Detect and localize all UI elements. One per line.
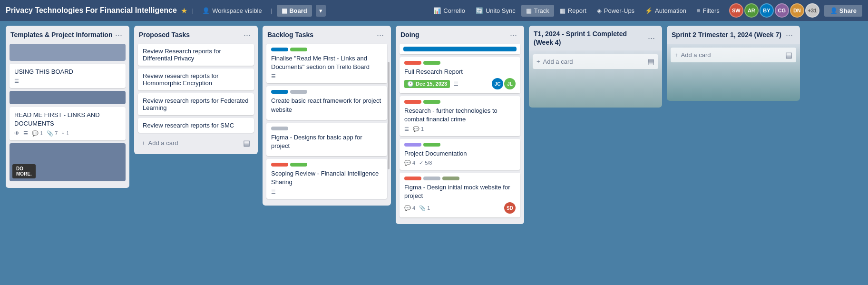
column-header-doing: Doing ··· bbox=[400, 29, 520, 40]
column-menu-templates[interactable]: ··· bbox=[113, 29, 125, 40]
column-body-sprint2: + Add a card ▤ bbox=[667, 44, 800, 101]
card-template-icon-proposed: ▤ bbox=[243, 138, 250, 147]
card-gray-1[interactable] bbox=[10, 44, 126, 61]
header: Privacy Technologies For Financial Intel… bbox=[0, 0, 868, 21]
corrello-button[interactable]: 📊 Corrello bbox=[429, 5, 470, 17]
column-menu-proposed[interactable]: ··· bbox=[241, 29, 253, 40]
label-olive-mock bbox=[442, 177, 459, 180]
card-icon-sprint1: ▤ bbox=[647, 57, 654, 66]
avatar-dn[interactable]: DN bbox=[790, 3, 804, 18]
column-title-sprint2: Sprint 2 Trimester 1, 2024 (Week 7) bbox=[672, 30, 783, 39]
card-title-homomorphic: Review research reports for Homomorphic … bbox=[143, 72, 219, 87]
card-members-mock: SD bbox=[504, 202, 516, 214]
column-menu-sprint2[interactable]: ··· bbox=[783, 29, 795, 40]
card-figma-mock[interactable]: Figma - Design initial mock website for … bbox=[400, 173, 520, 217]
card-title-react: Create basic react framework for project… bbox=[271, 97, 382, 114]
automation-button[interactable]: ⚡ Automation bbox=[640, 5, 691, 17]
card-meta-lines-finalise: ☰ bbox=[271, 73, 276, 79]
card-gray-2[interactable] bbox=[10, 91, 126, 104]
card-footer-using-board: ☰ bbox=[14, 78, 121, 84]
card-meta-lines2: ☰ bbox=[23, 130, 28, 137]
share-button[interactable]: 👤 Share bbox=[824, 5, 862, 17]
column-menu-doing[interactable]: ··· bbox=[507, 29, 519, 40]
avatar-overflow[interactable]: +31 bbox=[805, 3, 819, 18]
checklist-icon-doc: ✓ bbox=[419, 160, 423, 166]
card-title-finalise: Finalise "Read Me First - Links and Docu… bbox=[271, 54, 382, 71]
card-project-doc[interactable]: Project Documentation 💬 4 ✓ 5/8 bbox=[400, 139, 520, 170]
card-footer-research: 🕐 Dec 15, 2023 ☰ JC JL bbox=[404, 78, 516, 89]
card-title-tech: Research - further technologies to comba… bbox=[404, 107, 516, 124]
label-green-research bbox=[423, 61, 440, 65]
add-card-proposed[interactable]: + Add a card ▤ bbox=[138, 136, 254, 150]
column-menu-backlog[interactable]: ··· bbox=[374, 29, 386, 40]
star-icon[interactable]: ★ bbox=[181, 6, 187, 15]
card-meta-comments-doc: 💬 4 bbox=[404, 160, 415, 166]
card-title-scoping: Scoping Review - Financial Intelligence … bbox=[271, 169, 382, 187]
lines-icon: ☰ bbox=[14, 78, 19, 84]
card-finalise-readme[interactable]: Finalise "Read Me First - Links and Docu… bbox=[266, 44, 387, 83]
board-button[interactable]: ▦ Board bbox=[277, 5, 312, 17]
workspace-visibility[interactable]: 👤 Workspace visible bbox=[198, 5, 266, 16]
column-backlog: Backlog Tasks ··· Finalise "Read Me Firs… bbox=[263, 26, 391, 206]
card-footer-tech: ☰ 💬 1 bbox=[404, 126, 516, 132]
card-figma-designs[interactable]: Figma - Designs for basic app for projec… bbox=[266, 123, 387, 156]
avatar-by[interactable]: BY bbox=[760, 3, 774, 18]
card-image-placeholder[interactable]: DOMORE. bbox=[10, 143, 126, 181]
board-title: Privacy Technologies For Financial Intel… bbox=[6, 6, 177, 15]
column-title-sprint1: T1, 2024 - Sprint 1 Completed (Week 4) bbox=[534, 29, 645, 47]
card-meta-lines-scoping: ☰ bbox=[271, 189, 276, 195]
report-button[interactable]: ▦ Report bbox=[555, 5, 591, 17]
label-gray-react bbox=[290, 90, 307, 94]
card-scoping-review[interactable]: Scoping Review - Financial Intelligence … bbox=[266, 159, 387, 198]
card-using-board[interactable]: USING THIS BOARD ☰ bbox=[10, 64, 126, 88]
clip-icon: 📎 bbox=[47, 130, 53, 137]
view-switcher-chevron[interactable]: ▾ bbox=[316, 5, 326, 17]
label-green-doc bbox=[423, 143, 440, 147]
card-federated[interactable]: Review research reports for Federated Le… bbox=[138, 93, 254, 115]
card-react-framework[interactable]: Create basic react framework for project… bbox=[266, 86, 387, 119]
card-title-smc: Review research reports for SMC bbox=[143, 122, 234, 129]
lines-icon-tech: ☰ bbox=[404, 126, 409, 132]
label-red-tech bbox=[404, 100, 421, 104]
card-icon-sprint2: ▤ bbox=[785, 50, 792, 59]
column-title-backlog: Backlog Tasks bbox=[267, 30, 374, 39]
member-jl: JL bbox=[504, 78, 516, 89]
column-proposed: Proposed Tasks ··· Review Research repor… bbox=[134, 26, 258, 154]
column-sprint2: Sprint 2 Trimester 1, 2024 (Week 7) ··· … bbox=[667, 26, 800, 101]
card-labels-figma bbox=[271, 127, 382, 130]
card-readme[interactable]: READ ME FIRST - LINKS AND DOCUMENTS 👁 ☰ … bbox=[10, 107, 126, 140]
filters-button[interactable]: ≡ Filters bbox=[692, 5, 724, 17]
card-blue-bar[interactable] bbox=[400, 44, 520, 54]
lines-icon-finalise: ☰ bbox=[271, 73, 276, 79]
card-labels-react bbox=[271, 90, 382, 94]
add-card-sprint1[interactable]: + Add a card ▤ bbox=[533, 54, 658, 69]
avatar-cg[interactable]: CG bbox=[775, 3, 789, 18]
card-further-tech[interactable]: Research - further technologies to comba… bbox=[400, 96, 520, 136]
unito-sync-button[interactable]: 🔄 Unito Sync bbox=[471, 5, 520, 17]
card-meta-lines-research: ☰ bbox=[454, 81, 458, 87]
eye-icon: 👁 bbox=[14, 130, 20, 136]
comment-icon-mock: 💬 bbox=[404, 205, 411, 211]
card-full-research[interactable]: Full Research Report 🕐 Dec 15, 2023 ☰ JC… bbox=[400, 57, 520, 93]
column-sprint1: T1, 2024 - Sprint 1 Completed (Week 4) ·… bbox=[529, 26, 662, 108]
card-smc[interactable]: Review research reports for SMC bbox=[138, 118, 254, 133]
due-date-badge: 🕐 Dec 15, 2023 bbox=[404, 80, 450, 88]
card-meta-checklist-doc: ✓ 5/8 bbox=[419, 160, 432, 166]
card-footer-readme: 👁 ☰ 💬 1 📎 7 ⑂ 1 bbox=[14, 130, 121, 137]
card-meta-comments-tech: 💬 1 bbox=[413, 126, 424, 132]
card-meta-eye: 👁 bbox=[14, 130, 20, 136]
comment-icon: 💬 bbox=[32, 130, 39, 137]
column-menu-sprint1[interactable]: ··· bbox=[645, 33, 657, 43]
power-ups-icon: ◈ bbox=[597, 7, 602, 14]
card-diff-privacy[interactable]: Review Research reports for Differential… bbox=[138, 44, 254, 66]
card-meta-clips: 📎 7 bbox=[47, 130, 58, 137]
avatar-ar[interactable]: AR bbox=[744, 3, 759, 18]
power-ups-button[interactable]: ◈ Power-Ups bbox=[592, 5, 639, 17]
track-button[interactable]: ▦ Track bbox=[521, 5, 554, 17]
card-homomorphic[interactable]: Review research reports for Homomorphic … bbox=[138, 69, 254, 90]
avatar-sw[interactable]: SW bbox=[729, 3, 743, 18]
column-header-sprint1: T1, 2024 - Sprint 1 Completed (Week 4) ·… bbox=[529, 26, 662, 50]
card-labels-research bbox=[404, 61, 516, 65]
add-card-sprint2[interactable]: + Add a card ▤ bbox=[671, 48, 796, 62]
card-meta-comments-mock: 💬 4 bbox=[404, 205, 415, 211]
